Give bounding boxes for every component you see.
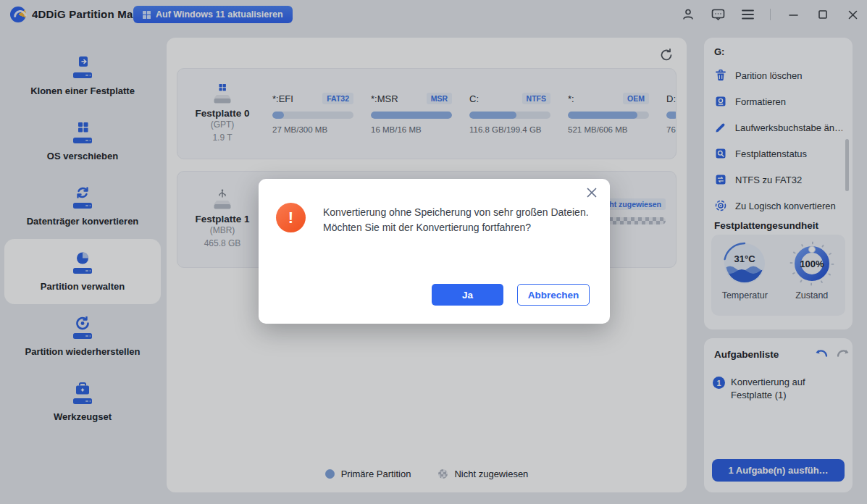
dialog-close-icon[interactable] — [584, 185, 600, 201]
confirm-dialog: ! Konvertierung ohne Speicherung von seh… — [259, 179, 610, 324]
warning-icon: ! — [276, 203, 306, 232]
confirm-yes-button[interactable]: Ja — [432, 284, 503, 306]
cancel-button[interactable]: Abbrechen — [517, 284, 590, 306]
dialog-message: Konvertierung ohne Speicherung von sehr … — [323, 205, 598, 235]
